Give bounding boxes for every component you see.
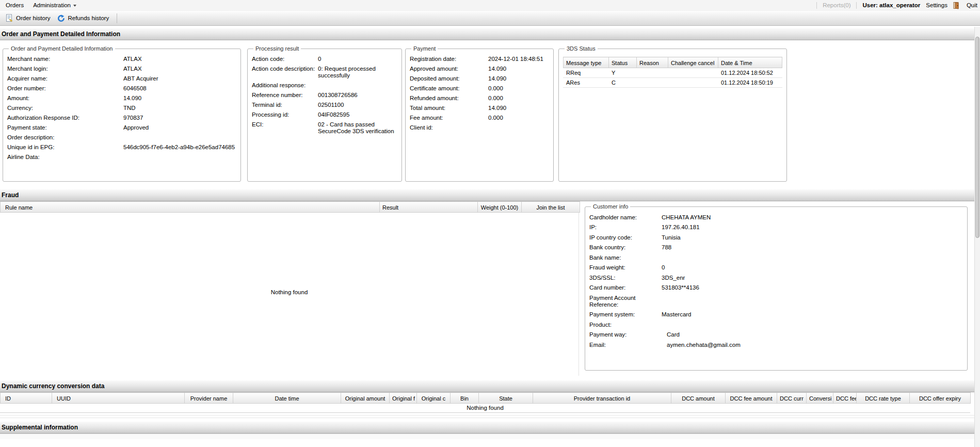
field-value: 14.090 [488, 75, 549, 82]
field-value: 0.000 [488, 95, 549, 102]
field-label: Merchant name: [7, 56, 123, 62]
column-header[interactable]: Bin [451, 393, 479, 404]
field-label: Acquirer name: [7, 75, 123, 82]
column-header[interactable]: Date & Time [718, 57, 782, 68]
column-header[interactable]: Date time [233, 393, 341, 404]
column-header[interactable]: Join the list [522, 202, 580, 213]
field-row: Action code description:0: Request proce… [252, 63, 397, 80]
toolbar-divider [117, 13, 117, 23]
fieldset-order-details: Order and Payment Detailed Information M… [3, 45, 241, 182]
field-label: Additional response: [252, 82, 318, 89]
field-row: IP country code:Tunisia [589, 232, 963, 242]
column-header[interactable]: DCC curr [777, 393, 807, 404]
cell [668, 68, 718, 78]
field-value: 14.090 [123, 95, 236, 102]
refunds-history-label: Refunds history [68, 15, 109, 21]
field-row: Amount:14.090 [7, 93, 236, 103]
field-row: Processing id:04IF082595 [252, 109, 397, 119]
fraud-panel: Rule name Result Weight (0-100) Join the… [0, 201, 980, 377]
column-header[interactable]: DCC offer expiry [910, 393, 971, 404]
section-title: Fraud [2, 191, 19, 199]
menu-orders[interactable]: Orders [1, 1, 28, 9]
column-header[interactable]: DCC fee amount [726, 393, 777, 404]
vertical-scrollbar[interactable] [974, 27, 980, 447]
settings-link[interactable]: Settings [926, 2, 947, 8]
chevron-down-icon [73, 5, 76, 7]
order-history-label: Order history [16, 15, 50, 21]
column-header[interactable]: Original c [417, 393, 451, 404]
field-value: 197.26.40.181 [662, 224, 963, 231]
column-header[interactable]: Original amount [341, 393, 390, 404]
field-label: Total amount: [410, 105, 488, 111]
field-label: Refunded amount: [410, 95, 488, 102]
field-value: 0.000 [488, 115, 549, 121]
field-row: Certificate amount:0.000 [410, 83, 549, 93]
column-header[interactable]: Result [380, 202, 478, 213]
cell: 01.12.2024 18:50:19 [718, 78, 782, 88]
section-title: Order and Payment Detailed Information [2, 30, 120, 38]
section-title: Dynamic currency conversion data [2, 382, 104, 390]
column-header[interactable]: Weight (0-100) [478, 202, 522, 213]
table-row[interactable]: ARes C 01.12.2024 18:50:19 [564, 78, 782, 88]
table-row[interactable]: RReq Y 01.12.2024 18:50:52 [564, 68, 782, 78]
column-header[interactable]: DCC rate type [857, 393, 910, 404]
field-value: TND [123, 105, 236, 111]
field-value [123, 134, 236, 141]
exit-door-icon[interactable] [953, 2, 961, 9]
field-label: 3DS/SSL: [589, 275, 662, 281]
column-header[interactable]: Original f [390, 393, 417, 404]
column-header[interactable]: Challenge cancel [668, 57, 718, 68]
cell [668, 78, 718, 88]
field-value: 2024-12-01 18:48:51 [488, 56, 549, 62]
field-row: Payment Account Reference: [589, 292, 963, 309]
field-row: Merchant login:ATLAX [7, 63, 236, 73]
menubar-divider [816, 2, 817, 9]
column-header[interactable]: DCC fee [833, 393, 857, 404]
menu-orders-label: Orders [6, 2, 24, 8]
supplemental-panel [0, 434, 980, 439]
field-label: Action code: [252, 56, 318, 62]
field-label: Registration date: [410, 56, 488, 62]
field-label: Payment Account Reference: [589, 295, 662, 308]
column-header[interactable]: ID [1, 393, 52, 404]
field-row: Card number:531803**4136 [589, 282, 963, 293]
field-label: Fee amount: [410, 115, 488, 121]
field-label: Client id: [410, 124, 488, 131]
column-header[interactable]: State [479, 393, 533, 404]
field-row: IP:197.26.40.181 [589, 222, 963, 232]
scrollbar-thumb[interactable] [975, 37, 979, 238]
column-header[interactable]: DCC amount [671, 393, 726, 404]
column-header[interactable]: Message type [564, 57, 609, 68]
column-header[interactable]: Rule name [1, 202, 380, 213]
order-history-tab[interactable]: Order history [2, 12, 54, 24]
refunds-history-tab[interactable]: Refunds history [54, 13, 113, 24]
field-row: Fraud weight:0 [589, 262, 963, 273]
column-header[interactable]: UUID [52, 393, 185, 404]
cell: ARes [564, 78, 609, 88]
field-label: Product: [589, 322, 662, 328]
menu-administration[interactable]: Administration [28, 1, 81, 9]
reports-link[interactable]: Reports(0) [823, 2, 850, 8]
field-label: IP country code: [589, 234, 662, 241]
column-header[interactable]: Reason [637, 57, 668, 68]
section-header-dcc: Dynamic currency conversion data [0, 380, 980, 392]
section-header-fraud: Fraud [0, 189, 980, 201]
column-header[interactable]: Provider name [185, 393, 233, 404]
field-row: Order description: [7, 132, 236, 142]
field-value: 14.090 [488, 66, 549, 72]
fieldset-legend: 3DS Status [565, 45, 598, 52]
quit-link[interactable]: Quit [967, 2, 977, 8]
field-row: Additional response: [252, 80, 397, 90]
field-label: Cardholder name: [589, 214, 662, 221]
field-value: 02501100 [318, 102, 397, 108]
column-header[interactable]: Conversi [807, 393, 833, 404]
field-label: Deposited amount: [410, 75, 488, 82]
field-value: 531803**4136 [662, 284, 963, 291]
field-label: Order description: [7, 134, 123, 141]
field-row: Currency:TND [7, 103, 236, 113]
field-value: 0.000 [488, 85, 549, 92]
column-header[interactable]: Status [609, 57, 637, 68]
fieldset-legend: Payment [411, 45, 438, 52]
column-header[interactable]: Provider transaction id [533, 393, 671, 404]
field-label: Terminal id: [252, 102, 318, 108]
